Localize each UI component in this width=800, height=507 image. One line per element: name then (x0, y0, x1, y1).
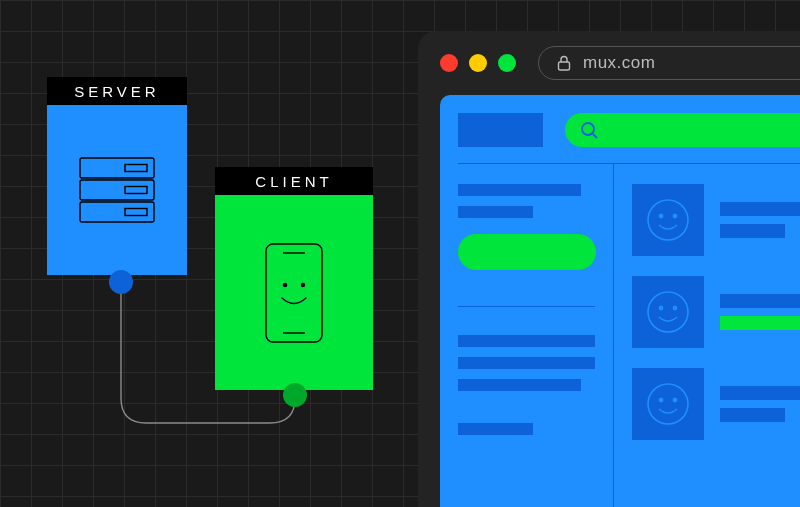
svg-point-20 (648, 384, 688, 424)
list-item[interactable] (632, 368, 800, 440)
address-url: mux.com (583, 53, 655, 73)
svg-rect-6 (266, 244, 322, 342)
content-grid (458, 163, 800, 507)
list-item[interactable] (632, 276, 800, 348)
svg-point-21 (659, 398, 662, 401)
browser-window: mux.com (418, 31, 800, 507)
smiley-icon (646, 382, 690, 426)
list-item[interactable] (632, 184, 800, 256)
svg-rect-1 (80, 180, 154, 200)
smiley-icon (646, 290, 690, 334)
placeholder-bar (720, 202, 800, 216)
placeholder-bar (720, 316, 800, 330)
svg-rect-3 (125, 165, 147, 172)
content-left-column (458, 164, 614, 507)
placeholder-bar (458, 335, 595, 347)
svg-point-10 (301, 283, 304, 286)
divider (458, 306, 595, 307)
browser-titlebar: mux.com (418, 31, 800, 95)
placeholder-bar (720, 386, 800, 400)
placeholder-bar (720, 224, 785, 238)
placeholder-bar (720, 294, 800, 308)
svg-point-9 (283, 283, 286, 286)
address-bar[interactable]: mux.com (538, 46, 800, 80)
server-label: SERVER (47, 77, 187, 105)
svg-rect-4 (125, 187, 147, 194)
svg-rect-11 (559, 62, 570, 70)
placeholder-bar (458, 206, 533, 218)
thumbnail (632, 368, 704, 440)
client-connector-dot (283, 383, 307, 407)
svg-point-14 (648, 200, 688, 240)
list-item-text (720, 294, 800, 330)
svg-line-13 (593, 134, 597, 138)
lock-icon (557, 55, 571, 71)
zoom-button[interactable] (498, 54, 516, 72)
thumbnail (632, 276, 704, 348)
server-rack-icon (79, 157, 155, 223)
search-icon (579, 120, 599, 140)
server-node: SERVER (47, 77, 187, 275)
site-logo[interactable] (458, 113, 543, 147)
svg-point-16 (673, 214, 676, 217)
svg-rect-2 (80, 202, 154, 222)
content-right-column (614, 164, 800, 507)
server-body (47, 105, 187, 275)
minimize-button[interactable] (469, 54, 487, 72)
client-body (215, 195, 373, 390)
thumbnail (632, 184, 704, 256)
svg-point-17 (648, 292, 688, 332)
list-item-text (720, 202, 800, 238)
client-node: CLIENT (215, 167, 373, 390)
site-topbar (458, 113, 800, 147)
phone-smiley-icon (265, 243, 323, 343)
browser-viewport (440, 95, 800, 507)
spacer (458, 401, 595, 413)
svg-point-22 (673, 398, 676, 401)
site-search[interactable] (565, 113, 800, 147)
close-button[interactable] (440, 54, 458, 72)
placeholder-bar (458, 184, 581, 196)
svg-point-15 (659, 214, 662, 217)
cta-button[interactable] (458, 234, 596, 270)
svg-rect-0 (80, 158, 154, 178)
placeholder-bar (458, 357, 595, 369)
server-connector-dot (109, 270, 133, 294)
svg-point-12 (582, 123, 594, 135)
placeholder-bar (458, 423, 533, 435)
smiley-icon (646, 198, 690, 242)
list-item-text (720, 386, 800, 422)
svg-point-18 (659, 306, 662, 309)
placeholder-bar (458, 379, 581, 391)
svg-point-19 (673, 306, 676, 309)
placeholder-bar (720, 408, 785, 422)
svg-rect-5 (125, 209, 147, 216)
client-label: CLIENT (215, 167, 373, 195)
traffic-lights (440, 54, 516, 72)
